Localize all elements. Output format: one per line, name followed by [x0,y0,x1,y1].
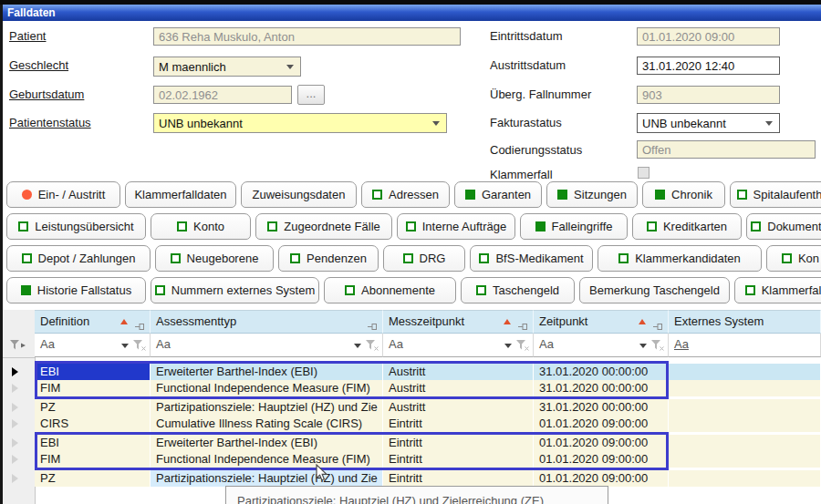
tab-drg[interactable]: DRG [383,245,465,272]
tab-neugeborene[interactable]: Neugeborene [155,245,274,272]
table-cell-zeitpunkt[interactable]: 01.01.2020 09:00:00 [534,416,669,432]
table-cell-externes-system[interactable] [669,435,821,451]
column-header-definition[interactable]: Definition [35,310,151,334]
tab-chronik[interactable]: Chronik [642,181,725,208]
tab-konto[interactable]: Konto [151,213,251,240]
table-cell-externes-system[interactable] [669,470,821,487]
column-header-assessmenttyp[interactable]: Assessmenttyp [151,310,383,334]
tab-zugeordnete-faelle[interactable]: Zugeordnete Fälle [255,213,392,240]
patient-field[interactable]: 636 Reha Muskulo, Anton [153,27,461,46]
table-cell-externes-system[interactable] [669,416,821,432]
filter-assessmenttyp[interactable]: Aa [151,334,383,357]
tab-falleingriffe[interactable]: Falleingriffe [520,213,628,240]
column-header-messzeitpunkt[interactable]: Messzeitpunkt [383,310,534,334]
tab-nummern-externes-system[interactable]: Nummern externes System [151,277,319,303]
pin-icon[interactable] [653,317,663,334]
column-header-zeitpunkt[interactable]: Zeitpunkt [534,310,669,334]
geburtsdatum-label[interactable]: Geburtsdatum [9,87,84,102]
klammerfall-checkbox[interactable] [638,167,650,179]
table-cell-messzeitpunkt[interactable]: Austritt [383,364,534,380]
table-cell-assessmenttyp[interactable]: Cumulative Illness Rating Scale (CIRS) [151,416,383,432]
geschlecht-select[interactable]: M maennlich [153,57,301,77]
table-cell-definition[interactable]: FIM [35,380,151,396]
table-cell-zeitpunkt[interactable]: 31.01.2020 00:00:00 [534,364,669,380]
tab-bemerkung-taschengeld[interactable]: Bemerkung Taschengeld [579,277,730,303]
table-cell-messzeitpunkt[interactable]: Eintritt [383,416,534,432]
column-header-externes-system[interactable]: Externes System [669,310,821,334]
table-cell-assessmenttyp[interactable]: Erweiterter Barthel-Index (EBI) [151,435,383,451]
tab-klammerfalldaten[interactable]: Klammerfalldaten [125,181,236,208]
tab-klammerkandidaten[interactable]: Klammerkandidaten [598,245,762,272]
table-cell-externes-system[interactable] [669,380,821,396]
table-cell-definition[interactable]: EBI [35,364,151,380]
geburtsdatum-browse-button[interactable]: ... [297,85,325,105]
geschlecht-label[interactable]: Geschlecht [9,58,68,73]
tab-abonnemente[interactable]: Abonnemente [324,277,456,303]
tab-kon[interactable]: Kon [766,245,821,272]
tab-interne-auftraege[interactable]: Interne Aufträge [397,213,515,240]
tab-taschengeld[interactable]: Taschengeld [461,277,575,303]
tab-klammerfall[interactable]: Klammerfall [734,277,821,303]
table-cell-zeitpunkt[interactable]: 31.01.2020 00:00:00 [534,399,669,416]
table-cell-assessmenttyp[interactable]: Partizipationsziele: Hauptziel (HZ) und … [151,399,383,416]
table-cell-externes-system[interactable] [669,451,821,468]
filter-row-gutter[interactable] [3,334,36,358]
table-cell-messzeitpunkt[interactable]: Austritt [383,380,534,396]
tab-spitalaufenthalte[interactable]: Spitalaufenthalte [730,181,821,208]
tab-ein-austritt[interactable]: Ein- / Austritt [6,181,120,208]
table-cell-externes-system[interactable] [669,364,821,380]
tab-sitzungen[interactable]: Sitzungen [546,181,638,208]
eintrittsdatum-field[interactable]: 01.01.2020 09:00 [637,27,780,46]
green-square-outline-icon [22,253,32,263]
tab-kreditkarten[interactable]: Kreditkarten [632,213,742,240]
table-cell-definition[interactable]: CIRS [35,416,151,432]
window-titlebar[interactable]: Falldaten [0,5,821,21]
table-cell-assessmenttyp-hovered[interactable]: Partizipationsziele: Hauptziel (HZ) und … [151,470,383,487]
table-cell-messzeitpunkt[interactable]: Eintritt [383,435,534,451]
tab-dokumente[interactable]: Dokumente [746,213,821,240]
tab-leistungsuebersicht[interactable]: Leistungsübersicht [6,213,146,240]
table-cell-definition[interactable]: PZ [35,399,151,416]
table-cell-zeitpunkt[interactable]: 31.01.2020 00:00:00 [534,380,669,396]
codierungsstatus-field[interactable]: Offen [637,140,816,159]
table-cell-zeitpunkt[interactable]: 01.01.2020 09:00:00 [534,435,669,451]
filter-messzeitpunkt[interactable]: Aa [383,334,534,357]
tab-historie-fallstatus[interactable]: Historie Fallstatus [6,277,146,303]
chevron-down-icon [432,121,440,126]
filter-definition[interactable]: Aa [35,334,151,357]
table-cell-externes-system[interactable] [669,399,821,416]
sort-asc-icon [504,319,511,324]
austrittsdatum-input[interactable]: 31.01.2020 12:40 [637,57,780,75]
tab-garanten[interactable]: Garanten [454,181,542,208]
table-cell-assessmenttyp[interactable]: Erweiterter Barthel-Index (EBI) [151,364,383,380]
pin-icon[interactable] [135,317,145,334]
table-cell-definition[interactable]: PZ [35,470,151,487]
patientenstatus-label[interactable]: Patientenstatus [9,116,91,130]
green-square-outline-icon [782,253,792,263]
tab-adressen[interactable]: Adressen [361,181,450,208]
pin-icon[interactable] [518,317,528,334]
table-cell-messzeitpunkt[interactable]: Eintritt [383,470,534,487]
table-cell-zeitpunkt[interactable]: 01.01.2020 09:00:00 [534,451,669,468]
table-cell-messzeitpunkt[interactable]: Eintritt [383,451,534,468]
fakturastatus-select[interactable]: UNB unbekannt [637,113,780,133]
table-cell-definition[interactable]: FIM [35,451,151,468]
pin-icon[interactable] [368,317,378,334]
ueberg-fallnummer-field[interactable]: 903 [637,86,780,104]
table-cell-assessmenttyp[interactable]: Functional Independence Measure (FIM) [151,451,383,468]
filter-externes-system[interactable]: Aa [669,334,821,357]
filter-zeitpunkt[interactable]: Aa [534,334,669,357]
geburtsdatum-field[interactable]: 02.02.1962 [153,86,292,104]
tab-zuweisungsdaten[interactable]: Zuweisungsdaten [241,181,357,208]
patientenstatus-select[interactable]: UNB unbekannt [153,113,447,133]
tab-pendenzen[interactable]: Pendenzen [278,245,379,272]
table-cell-messzeitpunkt[interactable]: Austritt [383,399,534,416]
tab-bfs-medikament[interactable]: BfS-Medikament [470,245,593,272]
table-cell-definition[interactable]: EBI [35,435,151,451]
chevron-down-icon [286,65,294,69]
patient-label[interactable]: Patient [9,29,46,44]
table-cell-assessmenttyp[interactable]: Functional Independence Measure (FIM) [151,380,383,396]
tab-depot-zahlungen[interactable]: Depot / Zahlungen [6,245,151,272]
orange-circle-icon [22,190,32,200]
table-cell-zeitpunkt[interactable]: 01.01.2020 09:00:00 [534,470,669,487]
